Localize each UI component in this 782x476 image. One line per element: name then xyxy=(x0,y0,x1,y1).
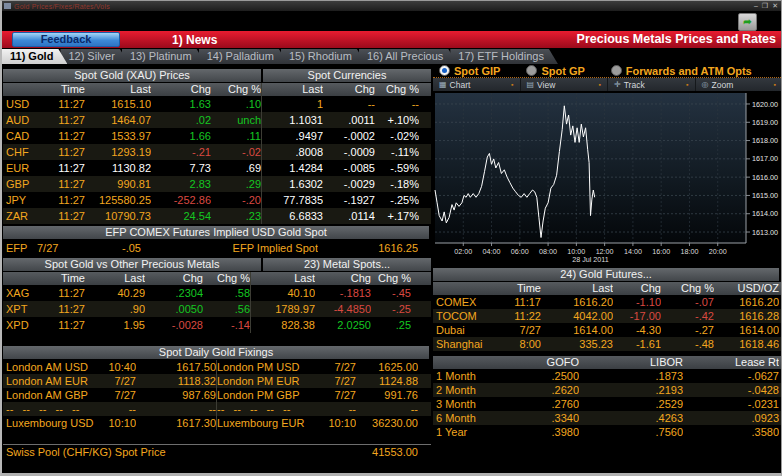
tab-rhodium[interactable]: 15) Rhodium xyxy=(281,49,366,64)
menu-marker-icon: ▪ xyxy=(511,81,513,88)
chart-toolbar: ▦Chart▪▤View▪✛Track▪◎Zoom▪ xyxy=(433,78,782,91)
column-header: Last xyxy=(85,83,151,96)
column-header: Chg xyxy=(315,272,371,285)
svg-text:1619.00: 1619.00 xyxy=(752,118,778,127)
chart-menu-chart[interactable]: ▦Chart▪ xyxy=(433,78,521,91)
radio-forwards-and-atm-opts[interactable]: Forwards and ATM Opts xyxy=(611,65,752,77)
price-chart[interactable]: 02:0004:0006:0008:0010:0012:0014:0016:00… xyxy=(433,91,782,266)
column-header: Chg % xyxy=(375,83,419,96)
radio-spot-gp[interactable]: Spot GP xyxy=(526,65,584,77)
section-title: EFP COMEX Futures Implied USD Gold Spot xyxy=(3,226,429,239)
table-row[interactable]: 6 Month.3340.4263.0923 xyxy=(433,411,782,425)
svg-text:1613.00: 1613.00 xyxy=(752,228,778,237)
window-titlebar: Gold Prices/Fixes/Rates/Vols – ❐ ✕ xyxy=(2,1,781,11)
table-row[interactable]: 1 Year.3980.7560.3580 xyxy=(433,425,782,439)
table-row[interactable]: CAD11:271533.971.66.11.9497-.0002-.02% xyxy=(3,128,431,144)
chart-panel: ▦Chart▪▤View▪✛Track▪◎Zoom▪ 02:0004:0006:… xyxy=(433,77,782,266)
column-header xyxy=(3,272,37,285)
table-row[interactable]: Swiss Pool (CHF/KG) Spot Price41553.00 xyxy=(3,445,431,460)
column-header: LIBOR xyxy=(579,356,683,369)
svg-text:16:00: 16:00 xyxy=(652,247,670,256)
table-row[interactable]: 1 Month.2500.1873-.0627 xyxy=(433,369,782,383)
svg-text:1615.00: 1615.00 xyxy=(752,191,778,200)
column-header: Time xyxy=(485,282,541,295)
svg-text:14:00: 14:00 xyxy=(624,247,642,256)
minimize-button[interactable]: – xyxy=(754,1,758,11)
column-header: Chg xyxy=(613,282,661,295)
table-row[interactable]: EFP7/27-.05EFP Implied Spot1616.25 xyxy=(3,240,431,256)
news-button[interactable]: 1) News xyxy=(172,33,217,47)
table-row[interactable]: USD11:271615.101.63.101---- xyxy=(3,96,431,112)
table-row[interactable]: XAG11:2740.29.2304.5840.10-.1813-.45 xyxy=(3,285,431,301)
close-button[interactable]: ✕ xyxy=(772,1,778,11)
swiss-pool-row: Swiss Pool (CHF/KG) Spot Price41553.00 xyxy=(3,444,431,460)
table-row[interactable]: -- -- -- -- -------- -- -- -- ------ xyxy=(3,402,431,416)
svg-text:1614.00: 1614.00 xyxy=(752,209,778,218)
table-row[interactable]: Dubai7/271614.00-4.30-.271614.00 xyxy=(433,323,782,337)
menu-marker-icon: ▪ xyxy=(774,81,776,88)
menu-bar: Feedback 1) News Precious Metals Prices … xyxy=(2,31,781,48)
column-header: USD/OZ xyxy=(714,282,779,295)
svg-text:20:00: 20:00 xyxy=(709,247,727,256)
maximize-button[interactable]: ❐ xyxy=(762,1,768,11)
chart-menu-label: Zoom xyxy=(711,80,733,90)
column-header: Chg % xyxy=(371,272,411,285)
chart-menu-track[interactable]: ✛Track▪ xyxy=(608,78,696,91)
tab-silver[interactable]: 12) Silver xyxy=(60,49,128,64)
radio-label: Forwards and ATM Opts xyxy=(626,65,752,77)
table-row[interactable]: London AM USD10:401617.50London PM USD7/… xyxy=(3,360,431,374)
table-row[interactable]: 2 Month.2620.2193-.0428 xyxy=(433,383,782,397)
table-row[interactable]: 3 Month.2760.2529-.0231 xyxy=(433,397,782,411)
table-row[interactable]: Luxembourg USD10:101617.30Luxembourg EUR… xyxy=(3,416,431,430)
column-header: Lease Rt xyxy=(683,356,779,369)
gold-futures-table: 24) Gold Futures...TimeLastChgChg %USD/O… xyxy=(433,268,782,351)
table-row[interactable]: XPT11:27.90.0050.561789.97-4.4850-.25 xyxy=(3,301,431,317)
launch-icon[interactable]: ➦ xyxy=(738,13,757,31)
svg-text:28 Jul 2011: 28 Jul 2011 xyxy=(572,255,609,262)
table-row[interactable]: TOCOM11:224042.00-17.00-.421616.28 xyxy=(433,309,782,323)
svg-text:1616.00: 1616.00 xyxy=(752,173,778,182)
gofo-libor-table: GOFOLIBORLease Rt1 Month.2500.1873-.0627… xyxy=(433,356,782,439)
svg-text:18:00: 18:00 xyxy=(680,247,698,256)
section-title: Spot Gold (XAU) Prices xyxy=(3,69,261,82)
column-header: Last xyxy=(261,83,323,96)
section-title-link[interactable]: 24) Gold Futures... xyxy=(433,268,779,281)
table-row[interactable]: XPD11:271.95-.0028-.14828.382.0250.25 xyxy=(3,317,431,333)
table-row[interactable]: London AM EUR7/271118.32London PM EUR7/2… xyxy=(3,374,431,388)
svg-text:04:00: 04:00 xyxy=(483,247,501,256)
svg-text:1617.00: 1617.00 xyxy=(752,154,778,163)
section-title-link[interactable]: 23) Metal Spots... xyxy=(263,258,431,271)
column-header xyxy=(3,83,37,96)
top-strip: ➦ xyxy=(2,11,781,31)
table-row[interactable]: Shanghai8:00335.23-1.61-.481618.46 xyxy=(433,337,782,351)
tab-all-precious[interactable]: 16) All Precious xyxy=(359,49,457,64)
table-row[interactable]: COMEX11:171616.20-1.10-.071616.20 xyxy=(433,295,782,309)
tab-platinum[interactable]: 13) Platinum xyxy=(122,49,206,64)
table-row[interactable]: London AM GBP7/27987.69London PM GBP7/27… xyxy=(3,388,431,402)
chart-menu-label: Chart xyxy=(450,80,471,90)
chart-menu-view[interactable]: ▤View▪ xyxy=(521,78,609,91)
column-header: Chg % xyxy=(203,272,250,285)
table-row[interactable]: AUD11:271464.07.02unch1.1031.0011+.10% xyxy=(3,112,431,128)
chart-menu-zoom[interactable]: ◎Zoom▪ xyxy=(696,78,782,91)
column-header: Chg xyxy=(151,83,211,96)
section-title: Spot Daily Gold Fixings xyxy=(3,346,429,359)
table-row[interactable]: ZAR11:2710790.7324.54.236.6833.0114+.17% xyxy=(3,208,431,224)
feedback-button[interactable]: Feedback xyxy=(12,32,120,47)
right-panel: Spot GIPSpot GPForwards and ATM Opts ▦Ch… xyxy=(433,64,782,473)
tab-etf-holdings[interactable]: 17) ETF Holdings xyxy=(450,49,558,64)
left-panel: Spot Gold (XAU) PricesSpot CurrenciesTim… xyxy=(2,64,431,473)
table-row[interactable]: GBP11:27990.812.83.291.6302-.0029-.18% xyxy=(3,176,431,192)
tab-palladium[interactable]: 14) Palladium xyxy=(199,49,288,64)
table-row[interactable]: EUR11:271130.827.73.691.4284-.0085-.59% xyxy=(3,160,431,176)
tab-gold[interactable]: 11) Gold xyxy=(2,49,67,64)
column-header: Last xyxy=(250,272,315,285)
radio-spot-gip[interactable]: Spot GIP xyxy=(439,65,500,77)
terminal-window: Gold Prices/Fixes/Rates/Vols – ❐ ✕ ➦ Fee… xyxy=(0,0,782,476)
column-header xyxy=(433,282,485,295)
table-row[interactable]: CHF11:271293.19-.21-.02.8008-.0009-.11% xyxy=(3,144,431,160)
column-header: Last xyxy=(541,282,613,295)
table-row[interactable]: JPY11:27125580.25-252.86-.2077.7835-.192… xyxy=(3,192,431,208)
svg-text:06:00: 06:00 xyxy=(511,247,529,256)
menu-marker-icon: ▪ xyxy=(686,81,688,88)
